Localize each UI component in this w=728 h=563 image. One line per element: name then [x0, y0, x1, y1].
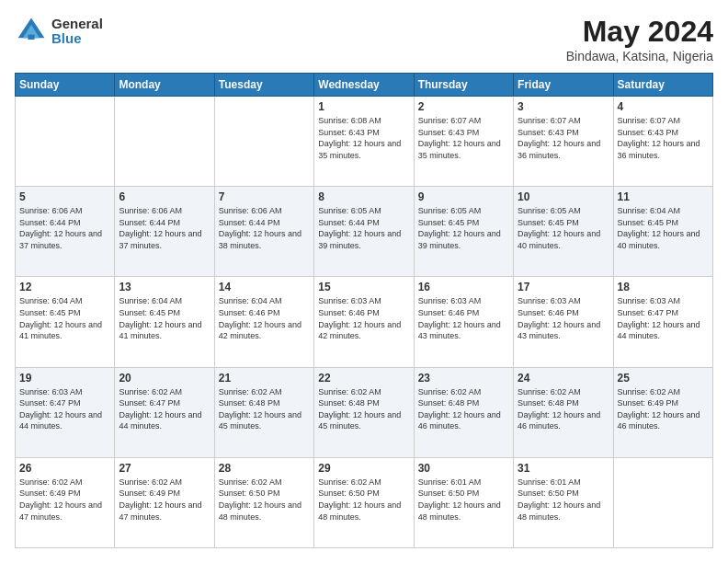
- day-info: Sunrise: 6:02 AMSunset: 6:50 PMDaylight:…: [219, 477, 301, 522]
- table-row: [214, 97, 313, 187]
- header-sunday: Sunday: [16, 74, 115, 97]
- logo-blue: Blue: [51, 31, 103, 47]
- table-row: 21Sunrise: 6:02 AMSunset: 6:48 PMDayligh…: [214, 367, 313, 457]
- day-number: 11: [618, 190, 709, 203]
- table-row: [16, 97, 115, 187]
- day-number: 31: [518, 462, 609, 475]
- table-row: 2Sunrise: 6:07 AMSunset: 6:43 PMDaylight…: [414, 97, 513, 187]
- logo-icon: [15, 15, 48, 48]
- day-number: 1: [318, 100, 409, 113]
- day-info: Sunrise: 6:02 AMSunset: 6:47 PMDaylight:…: [119, 387, 201, 431]
- day-number: 3: [518, 100, 609, 113]
- header-friday: Friday: [514, 74, 613, 97]
- table-row: 13Sunrise: 6:04 AMSunset: 6:45 PMDayligh…: [115, 277, 214, 367]
- day-info: Sunrise: 6:06 AMSunset: 6:44 PMDaylight:…: [219, 206, 301, 250]
- svg-rect-2: [28, 35, 34, 40]
- day-info: Sunrise: 6:02 AMSunset: 6:49 PMDaylight:…: [19, 477, 102, 522]
- table-row: 9Sunrise: 6:05 AMSunset: 6:45 PMDaylight…: [414, 187, 513, 277]
- table-row: [613, 457, 712, 547]
- week-row-3: 19Sunrise: 6:03 AMSunset: 6:47 PMDayligh…: [16, 367, 713, 457]
- day-info: Sunrise: 6:03 AMSunset: 6:46 PMDaylight:…: [318, 296, 401, 340]
- day-number: 12: [19, 281, 110, 293]
- day-number: 9: [418, 190, 509, 203]
- table-row: 22Sunrise: 6:02 AMSunset: 6:48 PMDayligh…: [314, 367, 414, 457]
- weekday-header-row: Sunday Monday Tuesday Wednesday Thursday…: [16, 74, 713, 97]
- table-row: 28Sunrise: 6:02 AMSunset: 6:50 PMDayligh…: [214, 457, 313, 547]
- day-info: Sunrise: 6:04 AMSunset: 6:45 PMDaylight:…: [19, 296, 102, 340]
- table-row: 27Sunrise: 6:02 AMSunset: 6:49 PMDayligh…: [115, 457, 214, 547]
- day-number: 2: [418, 100, 509, 113]
- table-row: 31Sunrise: 6:01 AMSunset: 6:50 PMDayligh…: [514, 457, 613, 547]
- day-number: 23: [418, 372, 509, 385]
- day-number: 19: [19, 372, 110, 385]
- day-info: Sunrise: 6:07 AMSunset: 6:43 PMDaylight:…: [518, 116, 600, 160]
- week-row-1: 5Sunrise: 6:06 AMSunset: 6:44 PMDaylight…: [16, 187, 713, 277]
- header-thursday: Thursday: [414, 74, 513, 97]
- day-number: 6: [119, 190, 210, 203]
- day-info: Sunrise: 6:04 AMSunset: 6:45 PMDaylight:…: [119, 296, 201, 340]
- day-info: Sunrise: 6:08 AMSunset: 6:43 PMDaylight:…: [318, 116, 401, 160]
- day-info: Sunrise: 6:01 AMSunset: 6:50 PMDaylight:…: [418, 477, 501, 522]
- table-row: 11Sunrise: 6:04 AMSunset: 6:45 PMDayligh…: [613, 187, 712, 277]
- logo-text: General Blue: [51, 17, 103, 47]
- day-number: 8: [318, 190, 409, 203]
- day-info: Sunrise: 6:05 AMSunset: 6:45 PMDaylight:…: [518, 206, 600, 250]
- day-info: Sunrise: 6:02 AMSunset: 6:50 PMDaylight:…: [318, 477, 401, 522]
- title-area: May 2024 Bindawa, Katsina, Nigeria: [566, 15, 713, 63]
- table-row: 12Sunrise: 6:04 AMSunset: 6:45 PMDayligh…: [16, 277, 115, 367]
- day-info: Sunrise: 6:01 AMSunset: 6:50 PMDaylight:…: [518, 477, 600, 522]
- table-row: 15Sunrise: 6:03 AMSunset: 6:46 PMDayligh…: [314, 277, 414, 367]
- table-row: 20Sunrise: 6:02 AMSunset: 6:47 PMDayligh…: [115, 367, 214, 457]
- day-info: Sunrise: 6:07 AMSunset: 6:43 PMDaylight:…: [618, 116, 700, 160]
- day-info: Sunrise: 6:02 AMSunset: 6:48 PMDaylight:…: [518, 387, 600, 431]
- day-info: Sunrise: 6:04 AMSunset: 6:46 PMDaylight:…: [219, 296, 301, 340]
- day-info: Sunrise: 6:03 AMSunset: 6:46 PMDaylight:…: [518, 296, 600, 340]
- table-row: 8Sunrise: 6:05 AMSunset: 6:44 PMDaylight…: [314, 187, 414, 277]
- day-number: 24: [518, 372, 609, 385]
- day-number: 16: [418, 281, 509, 293]
- table-row: 3Sunrise: 6:07 AMSunset: 6:43 PMDaylight…: [514, 97, 613, 187]
- logo-general: General: [51, 17, 103, 32]
- day-info: Sunrise: 6:03 AMSunset: 6:47 PMDaylight:…: [618, 296, 700, 340]
- day-info: Sunrise: 6:05 AMSunset: 6:45 PMDaylight:…: [418, 206, 501, 250]
- day-number: 21: [219, 372, 310, 385]
- calendar-title: May 2024: [566, 15, 713, 49]
- header-wednesday: Wednesday: [314, 74, 414, 97]
- table-row: 10Sunrise: 6:05 AMSunset: 6:45 PMDayligh…: [514, 187, 613, 277]
- day-info: Sunrise: 6:02 AMSunset: 6:48 PMDaylight:…: [418, 387, 501, 431]
- day-number: 4: [618, 100, 709, 113]
- header-tuesday: Tuesday: [214, 74, 313, 97]
- day-info: Sunrise: 6:07 AMSunset: 6:43 PMDaylight:…: [418, 116, 501, 160]
- table-row: 29Sunrise: 6:02 AMSunset: 6:50 PMDayligh…: [314, 457, 414, 547]
- day-number: 15: [318, 281, 409, 293]
- day-info: Sunrise: 6:03 AMSunset: 6:46 PMDaylight:…: [418, 296, 501, 340]
- table-row: 17Sunrise: 6:03 AMSunset: 6:46 PMDayligh…: [514, 277, 613, 367]
- day-number: 25: [618, 372, 709, 385]
- table-row: 26Sunrise: 6:02 AMSunset: 6:49 PMDayligh…: [16, 457, 115, 547]
- week-row-4: 26Sunrise: 6:02 AMSunset: 6:49 PMDayligh…: [16, 457, 713, 547]
- table-row: 7Sunrise: 6:06 AMSunset: 6:44 PMDaylight…: [214, 187, 313, 277]
- table-row: 1Sunrise: 6:08 AMSunset: 6:43 PMDaylight…: [314, 97, 414, 187]
- day-number: 26: [19, 462, 110, 475]
- table-row: [115, 97, 214, 187]
- day-number: 13: [119, 281, 210, 293]
- table-row: 30Sunrise: 6:01 AMSunset: 6:50 PMDayligh…: [414, 457, 513, 547]
- table-row: 5Sunrise: 6:06 AMSunset: 6:44 PMDaylight…: [16, 187, 115, 277]
- calendar-table: Sunday Monday Tuesday Wednesday Thursday…: [15, 73, 713, 548]
- day-number: 30: [418, 462, 509, 475]
- day-info: Sunrise: 6:02 AMSunset: 6:48 PMDaylight:…: [219, 387, 301, 431]
- day-info: Sunrise: 6:02 AMSunset: 6:48 PMDaylight:…: [318, 387, 401, 431]
- day-number: 20: [119, 372, 210, 385]
- day-number: 10: [518, 190, 609, 203]
- day-info: Sunrise: 6:06 AMSunset: 6:44 PMDaylight:…: [119, 206, 201, 250]
- table-row: 18Sunrise: 6:03 AMSunset: 6:47 PMDayligh…: [613, 277, 712, 367]
- week-row-0: 1Sunrise: 6:08 AMSunset: 6:43 PMDaylight…: [16, 97, 713, 187]
- table-row: 25Sunrise: 6:02 AMSunset: 6:49 PMDayligh…: [613, 367, 712, 457]
- week-row-2: 12Sunrise: 6:04 AMSunset: 6:45 PMDayligh…: [16, 277, 713, 367]
- day-info: Sunrise: 6:03 AMSunset: 6:47 PMDaylight:…: [19, 387, 102, 431]
- page-header: General Blue May 2024 Bindawa, Katsina, …: [15, 15, 713, 63]
- table-row: 4Sunrise: 6:07 AMSunset: 6:43 PMDaylight…: [613, 97, 712, 187]
- day-info: Sunrise: 6:06 AMSunset: 6:44 PMDaylight:…: [19, 206, 102, 250]
- header-monday: Monday: [115, 74, 214, 97]
- day-number: 28: [219, 462, 310, 475]
